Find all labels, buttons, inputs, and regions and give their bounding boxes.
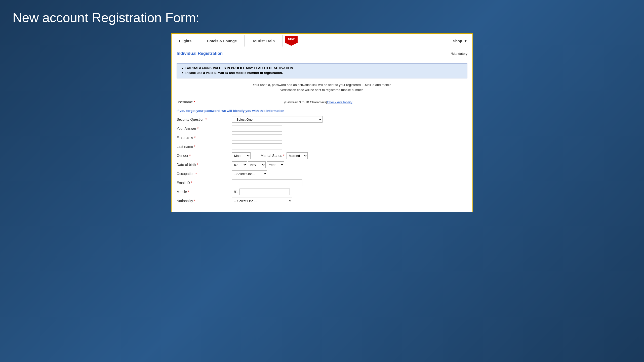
new-badge-background: NEW — [285, 36, 298, 46]
first-name-required: * — [194, 135, 195, 140]
security-question-select[interactable]: --Select One-- — [232, 116, 323, 123]
mandatory-note: *Mandatory — [451, 52, 467, 56]
security-question-label: Security Question * — [177, 117, 232, 121]
username-hint: (Between 3 to 10 Characters) — [284, 100, 327, 104]
mobile-label: Mobile * — [177, 190, 232, 194]
nav-hotels[interactable]: Hotels & Lounge — [199, 35, 245, 47]
last-name-input[interactable] — [232, 143, 282, 150]
info-text: Your user id, password and an activation… — [177, 82, 467, 92]
warning-item-1: GARBAGE/JUNK VALUES IN PROFILE MAY LEAD … — [185, 66, 463, 70]
your-answer-row: Your Answer * — [177, 125, 467, 132]
mobile-prefix: +91 — [232, 190, 238, 194]
nav-tourist-train[interactable]: Tourist Train — [245, 35, 283, 47]
nationality-label: Nationality * — [177, 199, 232, 203]
email-input[interactable] — [232, 179, 302, 186]
marital-status-label: Marital Status * — [261, 154, 285, 158]
warning-item-2: Please use a valid E-Mail ID and mobile … — [185, 71, 463, 75]
new-badge: NEW — [285, 36, 298, 46]
warning-box: GARBAGE/JUNK VALUES IN PROFILE MAY LEAD … — [177, 63, 467, 78]
new-badge-text: NEW — [288, 38, 295, 41]
info-line-2: verification code will be sent to regist… — [177, 87, 467, 93]
mobile-row: Mobile * +91 — [177, 189, 467, 195]
occupation-label: Occupation * — [177, 172, 232, 176]
dob-row: Date of birth * 07 Nov Year — [177, 161, 467, 168]
occupation-row: Occupation * --Select One-- — [177, 170, 467, 177]
gender-row: Gender * Male Female Other Marital Statu… — [177, 152, 467, 159]
last-name-label: Last name * — [177, 145, 232, 149]
username-required: * — [194, 100, 195, 104]
occupation-select[interactable]: --Select One-- — [232, 170, 267, 177]
nav-bar: Flights Hotels & Lounge Tourist Train NE… — [172, 34, 472, 48]
nationality-row: Nationality * -- Select One -- — [177, 198, 467, 204]
nav-new-badge-container: NEW — [283, 34, 300, 48]
shop-dropdown-icon: ▼ — [464, 39, 467, 43]
first-name-input[interactable] — [232, 134, 282, 141]
mobile-input[interactable] — [239, 189, 290, 195]
your-answer-required: * — [197, 126, 198, 130]
email-label: Email ID * — [177, 181, 232, 185]
dob-day-select[interactable]: 07 — [232, 161, 247, 168]
form-header: Individual Registration *Mandatory — [172, 48, 472, 59]
shop-label: Shop — [453, 39, 462, 43]
dob-required: * — [197, 163, 198, 167]
nationality-select[interactable]: -- Select One -- — [232, 198, 292, 204]
last-name-required: * — [194, 145, 195, 149]
username-row: Username * (Between 3 to 10 Characters) … — [177, 99, 467, 105]
your-answer-label: Your Answer * — [177, 126, 232, 130]
marital-status-select[interactable]: Married Single Divorced Widowed — [287, 152, 308, 159]
mobile-section: +91 — [232, 189, 290, 195]
form-container: Flights Hotels & Lounge Tourist Train NE… — [171, 33, 473, 212]
email-row: Email ID * — [177, 179, 467, 186]
first-name-row: First name * — [177, 134, 467, 141]
dob-month-select[interactable]: Nov — [248, 161, 266, 168]
marital-section: Marital Status * Married Single Divorced… — [261, 152, 308, 159]
forget-password-note: If you forget your password, we will ide… — [177, 108, 467, 114]
your-answer-input[interactable] — [232, 125, 282, 132]
gender-required: * — [189, 154, 191, 158]
mobile-required: * — [188, 190, 189, 194]
first-name-label: First name * — [177, 135, 232, 140]
warning-list: GARBAGE/JUNK VALUES IN PROFILE MAY LEAD … — [181, 66, 463, 75]
nationality-required: * — [194, 199, 195, 203]
username-label: Username * — [177, 100, 232, 104]
security-question-required: * — [205, 117, 207, 121]
info-line-1: Your user id, password and an activation… — [177, 82, 467, 87]
username-input[interactable] — [232, 99, 282, 105]
gender-section: Male Female Other Marital Status * Marri… — [232, 152, 308, 159]
gender-select[interactable]: Male Female Other — [232, 152, 251, 159]
occupation-required: * — [195, 172, 197, 176]
dob-section: 07 Nov Year — [232, 161, 284, 168]
check-availability-link[interactable]: Check Availability — [327, 100, 352, 104]
nav-flights[interactable]: Flights — [172, 35, 199, 47]
gender-label: Gender * — [177, 154, 232, 158]
nav-shop[interactable]: Shop ▼ — [448, 35, 472, 47]
last-name-row: Last name * — [177, 143, 467, 150]
form-heading: Individual Registration — [177, 51, 223, 56]
form-body: Username * (Between 3 to 10 Characters) … — [172, 96, 472, 212]
security-question-row: Security Question * --Select One-- — [177, 116, 467, 123]
dob-year-select[interactable]: Year — [267, 161, 284, 168]
page-title: New account Registration Form: — [10, 10, 634, 25]
marital-status-required: * — [283, 154, 284, 158]
dob-label: Date of birth * — [177, 163, 232, 167]
email-required: * — [191, 181, 192, 185]
